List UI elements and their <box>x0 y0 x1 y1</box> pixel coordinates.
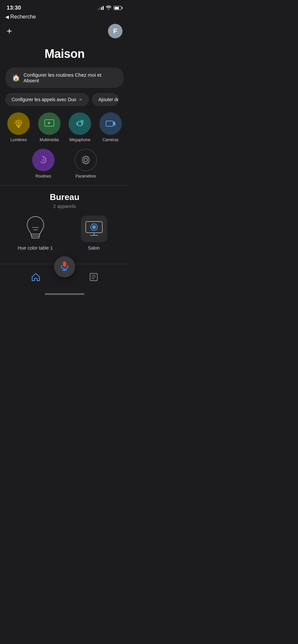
wifi-icon <box>106 5 112 11</box>
category-multimedia[interactable]: Multimédia <box>34 112 65 142</box>
signal-icon <box>98 6 104 10</box>
category-grid-2: Routines Paramètres <box>0 145 129 185</box>
status-bar: 13:30 <box>0 0 129 13</box>
svg-line-4 <box>16 120 16 121</box>
duo-chip-label: Configurer les appels avec Duo <box>12 97 76 102</box>
add-chip[interactable]: Ajouter des d… <box>92 93 119 106</box>
cameras-circle <box>99 112 122 135</box>
back-nav[interactable]: ◀ Recherche <box>0 13 129 22</box>
battery-icon <box>114 6 123 10</box>
back-label: Recherche <box>10 14 36 20</box>
parametres-circle <box>74 149 97 171</box>
salon-icon-wrapper <box>81 216 107 242</box>
category-lumieres[interactable]: Lumières <box>3 112 34 142</box>
status-icons <box>98 5 123 11</box>
device-grid: Hue color table 1 Sal <box>5 216 124 251</box>
room-subtitle: 2 appareils <box>5 204 124 209</box>
multimedia-circle <box>38 112 61 135</box>
room-title: Bureau <box>5 192 124 202</box>
mic-icon <box>59 261 70 273</box>
device-hue[interactable]: Hue color table 1 <box>9 216 62 251</box>
top-bar: + F <box>0 22 129 44</box>
nav-home[interactable] <box>31 267 40 284</box>
svg-marker-10 <box>48 122 51 124</box>
svg-rect-25 <box>32 236 39 238</box>
chip-row: Configurer les appels avec Duo ✕ Ajouter… <box>0 93 129 112</box>
megaphone-circle <box>69 112 91 135</box>
parametres-label: Paramètres <box>75 174 96 179</box>
svg-point-12 <box>81 120 83 122</box>
status-time: 13:30 <box>7 5 21 11</box>
section-divider <box>0 185 129 185</box>
nav-list[interactable] <box>89 267 98 284</box>
home-setup-icon: 🏠 <box>12 74 20 82</box>
home-nav-icon <box>31 272 40 284</box>
duo-chip[interactable]: Configurer les appels avec Duo ✕ <box>5 93 89 106</box>
hue-icon-wrapper <box>22 216 49 242</box>
category-cameras[interactable]: Caméras <box>95 112 126 142</box>
megaphone-label: Mégaphone <box>70 138 90 142</box>
svg-line-5 <box>21 120 22 121</box>
svg-line-21 <box>45 158 46 159</box>
svg-line-18 <box>43 156 44 157</box>
mic-button[interactable] <box>54 256 75 277</box>
category-parametres[interactable]: Paramètres <box>74 149 97 179</box>
hue-label: Hue color table 1 <box>18 245 53 251</box>
routine-banner[interactable]: 🏠 Configurer les routines Chez moi et Ab… <box>5 67 124 88</box>
svg-point-23 <box>84 158 87 162</box>
lumieres-label: Lumières <box>11 138 27 142</box>
svg-rect-14 <box>106 121 113 126</box>
svg-rect-33 <box>63 262 66 267</box>
page-title: Maison <box>0 44 129 67</box>
category-grid: Lumières Multimédia Mégaphone <box>0 112 129 145</box>
svg-line-17 <box>42 156 43 157</box>
cameras-label: Caméras <box>102 138 119 142</box>
duo-chip-close[interactable]: ✕ <box>79 97 82 102</box>
salon-label: Salon <box>88 245 100 251</box>
lumieres-circle <box>7 112 30 135</box>
device-salon[interactable]: Salon <box>67 216 121 251</box>
routines-circle <box>32 149 55 171</box>
list-nav-icon <box>89 272 98 284</box>
add-button[interactable]: + <box>7 26 12 36</box>
avatar[interactable]: F <box>108 24 123 38</box>
svg-point-8 <box>17 122 20 124</box>
routines-label: Routines <box>35 174 51 179</box>
home-indicator <box>0 294 129 297</box>
room-section: Bureau 2 appareils Hue color table 1 <box>0 192 129 257</box>
svg-point-19 <box>42 159 45 161</box>
banner-text: Configurer les routines Chez moi et Abse… <box>24 72 117 83</box>
home-bar <box>45 293 84 295</box>
back-arrow-icon: ◀ <box>5 14 9 20</box>
svg-line-13 <box>81 122 81 122</box>
bottom-nav <box>0 264 129 294</box>
add-chip-label: Ajouter des d… <box>98 97 119 102</box>
svg-point-32 <box>92 225 96 229</box>
category-routines[interactable]: Routines <box>32 149 55 179</box>
category-megaphone[interactable]: Mégaphone <box>65 112 95 142</box>
multimedia-label: Multimédia <box>40 138 59 142</box>
